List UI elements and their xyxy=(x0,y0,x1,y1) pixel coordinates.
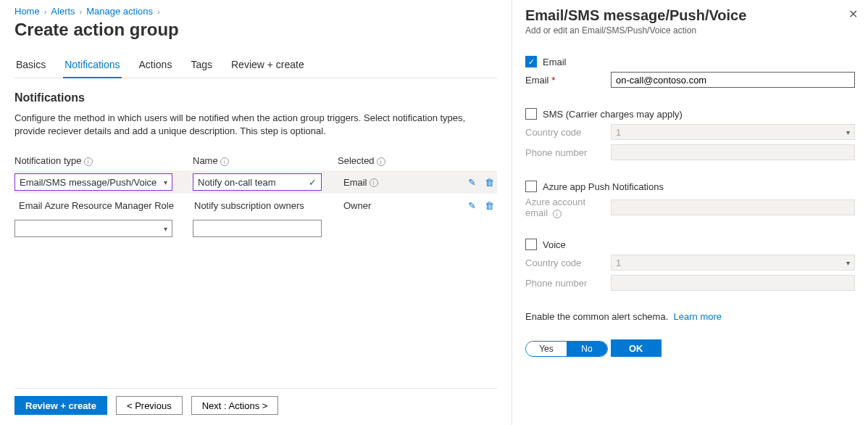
azure-account-email-label: Azure account email i xyxy=(525,197,605,218)
email-checkbox-label: Email xyxy=(543,57,567,67)
checkmark-icon: ✓ xyxy=(309,177,317,188)
notification-name-text: Notify subscription owners xyxy=(193,200,304,211)
breadcrumb-manage-actions[interactable]: Manage actions xyxy=(86,6,153,17)
main-content: Home› Alerts› Manage actions› Create act… xyxy=(0,0,512,425)
tab-basics[interactable]: Basics xyxy=(14,53,47,78)
voice-block: Voice Country code 1▾ Phone number xyxy=(525,239,855,291)
footer-bar: Review + create < Previous Next : Action… xyxy=(14,388,497,425)
chevron-down-icon: ▾ xyxy=(164,178,167,186)
chevron-right-icon: › xyxy=(157,7,160,16)
sms-checkbox-label: SMS (Carrier charges may apply) xyxy=(543,109,683,120)
breadcrumb: Home› Alerts› Manage actions› xyxy=(14,6,497,17)
push-checkbox-label: Azure app Push Notifications xyxy=(543,181,664,192)
table-row-empty: ▾ xyxy=(14,217,497,240)
tab-review-create[interactable]: Review + create xyxy=(230,53,306,78)
ok-button[interactable]: OK xyxy=(611,339,662,357)
email-block: ✓ Email Email * xyxy=(525,56,855,88)
common-schema-toggle[interactable]: Yes No xyxy=(525,341,608,357)
breadcrumb-alerts[interactable]: Alerts xyxy=(51,6,75,17)
voice-checkbox[interactable] xyxy=(525,239,537,250)
chevron-right-icon: › xyxy=(44,7,47,16)
azure-account-email-field xyxy=(611,199,855,215)
notification-type-dropdown[interactable]: Email/SMS message/Push/Voice ▾ xyxy=(14,173,172,191)
info-icon[interactable]: i xyxy=(220,157,229,166)
info-icon[interactable]: i xyxy=(553,210,562,218)
edit-icon[interactable]: ✎ xyxy=(468,200,476,211)
table-row: Email Azure Resource Manager Role Notify… xyxy=(14,194,497,217)
section-description: Configure the method in which users will… xyxy=(14,112,478,138)
sms-checkbox[interactable] xyxy=(525,108,537,120)
section-title: Notifications xyxy=(14,91,497,104)
voice-phone-label: Phone number xyxy=(525,278,605,289)
sms-phone-field xyxy=(611,144,855,160)
chevron-right-icon: › xyxy=(80,7,83,16)
edit-icon[interactable]: ✎ xyxy=(468,177,476,188)
table-row: Email/SMS message/Push/Voice ▾ Notify on… xyxy=(14,170,497,194)
notification-name-input-empty[interactable] xyxy=(193,220,322,237)
sms-block: SMS (Carrier charges may apply) Country … xyxy=(525,108,855,160)
common-schema-text: Enable the common alert schema. Learn mo… xyxy=(525,311,855,322)
tab-tags[interactable]: Tags xyxy=(189,53,214,78)
info-icon[interactable]: i xyxy=(370,178,378,187)
breadcrumb-home[interactable]: Home xyxy=(14,6,40,17)
voice-country-code-dropdown: 1▾ xyxy=(611,255,855,271)
table-header: Notification typei Namei Selectedi xyxy=(14,152,497,170)
delete-icon[interactable]: 🗑 xyxy=(485,177,494,188)
panel-subtitle: Add or edit an Email/SMS/Push/Voice acti… xyxy=(525,25,855,36)
chevron-down-icon: ▾ xyxy=(164,225,167,233)
next-actions-button[interactable]: Next : Actions > xyxy=(191,396,279,415)
col-name: Name xyxy=(193,155,218,166)
panel-title: Email/SMS message/Push/Voice xyxy=(525,7,855,24)
info-icon[interactable]: i xyxy=(377,157,385,166)
review-create-button[interactable]: Review + create xyxy=(14,396,107,415)
voice-checkbox-label: Voice xyxy=(543,239,566,250)
sms-country-code-label: Country code xyxy=(525,127,605,138)
chevron-down-icon: ▾ xyxy=(846,259,850,267)
push-block: Azure app Push Notifications Azure accou… xyxy=(525,181,855,218)
info-icon[interactable]: i xyxy=(84,157,93,166)
page-title: Create action group xyxy=(14,20,497,40)
delete-icon[interactable]: 🗑 xyxy=(485,200,494,211)
notification-name-input[interactable]: Notify on-call team ✓ xyxy=(193,173,322,191)
voice-phone-field xyxy=(611,275,855,291)
push-checkbox[interactable] xyxy=(525,181,537,192)
sms-phone-label: Phone number xyxy=(525,147,605,158)
close-icon[interactable]: ✕ xyxy=(848,7,858,21)
col-notification-type: Notification type xyxy=(14,155,82,166)
email-field[interactable] xyxy=(611,72,855,88)
learn-more-link[interactable]: Learn more xyxy=(674,311,722,322)
tab-notifications[interactable]: Notifications xyxy=(63,53,121,78)
col-selected: Selected xyxy=(338,155,375,166)
selected-value: Email xyxy=(342,177,367,188)
email-field-label: Email * xyxy=(525,75,605,86)
sms-country-code-dropdown: 1▾ xyxy=(611,124,855,140)
voice-country-code-label: Country code xyxy=(525,257,605,268)
tabs: Basics Notifications Actions Tags Review… xyxy=(14,53,497,78)
chevron-down-icon: ▾ xyxy=(846,128,850,136)
input-value: Notify on-call team xyxy=(198,177,276,188)
notification-type-text: Email Azure Resource Manager Role xyxy=(14,200,174,211)
selected-value: Owner xyxy=(342,200,371,211)
toggle-yes[interactable]: Yes xyxy=(526,342,567,356)
email-checkbox[interactable]: ✓ xyxy=(525,56,537,67)
tab-actions[interactable]: Actions xyxy=(138,53,174,78)
dropdown-value: Email/SMS message/Push/Voice xyxy=(20,177,157,188)
previous-button[interactable]: < Previous xyxy=(116,396,183,415)
notification-type-dropdown-empty[interactable]: ▾ xyxy=(14,220,172,237)
toggle-no[interactable]: No xyxy=(567,342,607,356)
side-panel: ✕ Email/SMS message/Push/Voice Add or ed… xyxy=(512,0,868,425)
